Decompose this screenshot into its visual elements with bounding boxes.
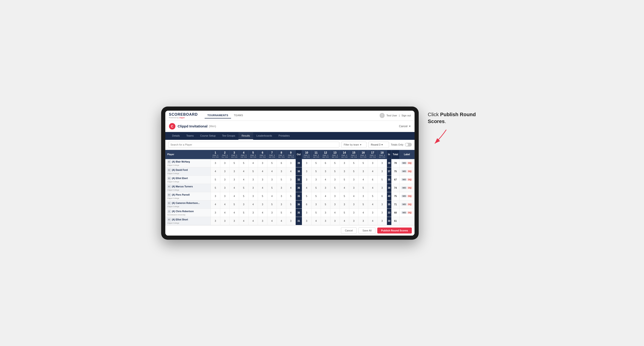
score-hole-9[interactable]: 5 [286, 192, 296, 200]
dq-label[interactable]: DQ [407, 211, 412, 214]
nav-tournaments[interactable]: TOURNAMENTS [205, 113, 231, 119]
score-hole-5[interactable]: 3 [248, 192, 258, 200]
score-hole-6[interactable]: 5 [258, 192, 267, 200]
score-hole-2[interactable]: 3 [220, 175, 230, 184]
score-hole-18[interactable]: 3 [377, 184, 387, 192]
score-hole-1[interactable]: 3 [210, 217, 220, 225]
score-hole-12[interactable]: 3 [321, 217, 330, 225]
score-hole-9[interactable]: 3 [286, 217, 296, 225]
score-hole-6[interactable]: 4 [258, 167, 267, 175]
score-hole-7[interactable]: 4 [267, 167, 276, 175]
score-hole-13[interactable]: 5 [330, 159, 340, 167]
score-hole-18[interactable]: 6 [377, 192, 387, 200]
score-hole-16[interactable]: 4 [358, 208, 368, 217]
tab-course-setup[interactable]: Course Setup [197, 132, 219, 140]
score-hole-8[interactable]: 3 [276, 184, 286, 192]
score-hole-5[interactable]: 3 [248, 184, 258, 192]
score-hole-8[interactable]: 3 [276, 192, 286, 200]
score-hole-3[interactable]: 3 [230, 175, 239, 184]
score-hole-11[interactable]: 5 [311, 208, 321, 217]
score-hole-13[interactable]: 5 [330, 167, 340, 175]
score-hole-13[interactable]: 3 [330, 200, 340, 208]
score-hole-11[interactable]: 5 [311, 167, 321, 175]
score-hole-6[interactable]: 4 [258, 184, 267, 192]
nav-teams[interactable]: TEAMS [231, 113, 246, 119]
score-hole-1[interactable]: 3 [210, 208, 220, 217]
score-hole-17[interactable]: 4 [368, 184, 377, 192]
score-hole-18[interactable]: 3 [377, 159, 387, 167]
score-hole-2[interactable]: 3 [220, 192, 230, 200]
score-hole-9[interactable]: 3 [286, 175, 296, 184]
score-hole-5[interactable]: 4 [248, 200, 258, 208]
score-hole-18[interactable]: 3 [377, 217, 387, 225]
score-hole-18[interactable]: 3 [377, 200, 387, 208]
score-hole-12[interactable]: 5 [321, 200, 330, 208]
score-hole-16[interactable]: 3 [358, 217, 368, 225]
score-hole-5[interactable]: 3 [248, 208, 258, 217]
score-hole-4[interactable]: 5 [239, 208, 248, 217]
score-hole-13[interactable]: 3 [330, 192, 340, 200]
dq-label[interactable]: DQ [407, 203, 412, 206]
score-hole-7[interactable]: 3 [267, 175, 276, 184]
score-hole-1[interactable]: 5 [210, 184, 220, 192]
score-hole-1[interactable]: 4 [210, 200, 220, 208]
dq-label[interactable]: DQ [407, 170, 412, 173]
score-hole-18[interactable]: 3 [377, 167, 387, 175]
score-hole-12[interactable]: 4 [321, 175, 330, 184]
score-hole-9[interactable]: 3 [286, 159, 296, 167]
totals-toggle-switch[interactable] [405, 143, 412, 147]
score-hole-1[interactable]: 5 [210, 175, 220, 184]
score-hole-14[interactable]: 5 [340, 192, 349, 200]
score-hole-11[interactable]: 5 [311, 159, 321, 167]
score-hole-17[interactable]: 6 [368, 175, 377, 184]
score-hole-17[interactable]: 3 [368, 159, 377, 167]
score-hole-15[interactable]: 3 [349, 200, 358, 208]
wd-label[interactable]: WD [402, 162, 407, 165]
dq-label[interactable]: DQ [407, 186, 412, 189]
score-hole-4[interactable]: 4 [239, 217, 248, 225]
cancel-button[interactable]: Cancel [341, 227, 356, 234]
wd-label[interactable]: WD [402, 195, 407, 197]
score-hole-14[interactable]: 5 [340, 208, 349, 217]
tab-teams[interactable]: Teams [183, 132, 197, 140]
score-hole-2[interactable]: 3 [220, 159, 230, 167]
score-hole-1[interactable]: 3 [210, 159, 220, 167]
score-hole-12[interactable]: 6 [321, 159, 330, 167]
score-hole-10[interactable]: 4 [302, 184, 311, 192]
score-hole-12[interactable]: 3 [321, 208, 330, 217]
tab-printables[interactable]: Printables [275, 132, 293, 140]
score-hole-1[interactable]: 4 [210, 167, 220, 175]
score-hole-10[interactable]: 3 [302, 175, 311, 184]
wd-label[interactable]: WD [402, 211, 407, 214]
tab-details[interactable]: Details [169, 132, 183, 140]
score-hole-16[interactable]: 5 [358, 200, 368, 208]
wd-label[interactable]: WD [402, 170, 407, 173]
score-hole-8[interactable]: 5 [276, 175, 286, 184]
score-hole-10[interactable]: 6 [302, 200, 311, 208]
score-hole-4[interactable]: 5 [239, 184, 248, 192]
score-hole-12[interactable]: 4 [321, 192, 330, 200]
filter-team-select[interactable]: Filter by team ▾ [341, 142, 366, 148]
score-hole-3[interactable]: 5 [230, 200, 239, 208]
score-hole-7[interactable]: 4 [267, 217, 276, 225]
score-hole-16[interactable]: 5 [358, 159, 368, 167]
score-hole-6[interactable]: 3 [258, 217, 267, 225]
score-hole-6[interactable]: 3 [258, 175, 267, 184]
score-hole-10[interactable]: 3 [302, 159, 311, 167]
score-hole-14[interactable]: 3 [340, 159, 349, 167]
score-hole-10[interactable]: 3 [302, 208, 311, 217]
score-hole-15[interactable]: 3 [349, 208, 358, 217]
score-hole-2[interactable]: 3 [220, 167, 230, 175]
score-hole-3[interactable]: 3 [230, 167, 239, 175]
score-hole-5[interactable]: 5 [248, 167, 258, 175]
dq-label[interactable]: DQ [407, 178, 412, 181]
score-hole-7[interactable]: 3 [267, 208, 276, 217]
score-hole-4[interactable]: 4 [239, 175, 248, 184]
score-hole-10[interactable]: 3 [302, 217, 311, 225]
score-hole-6[interactable]: 3 [258, 159, 267, 167]
score-hole-7[interactable]: 5 [267, 159, 276, 167]
score-hole-2[interactable]: 3 [220, 217, 230, 225]
score-hole-5[interactable]: 3 [248, 175, 258, 184]
score-hole-17[interactable]: 3 [368, 208, 377, 217]
score-hole-8[interactable]: 5 [276, 208, 286, 217]
